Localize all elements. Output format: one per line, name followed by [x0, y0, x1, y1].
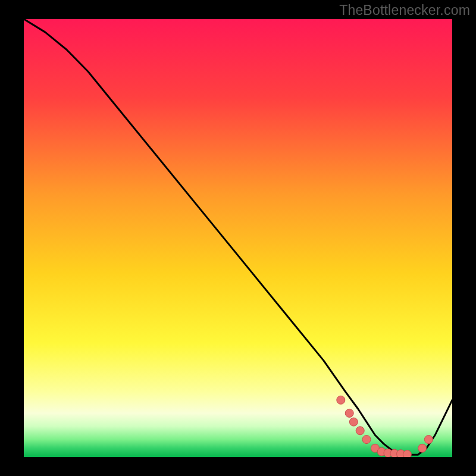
- gradient-heat-background: [24, 19, 452, 457]
- data-marker: [403, 450, 411, 457]
- data-marker: [418, 444, 427, 452]
- data-marker: [349, 418, 358, 426]
- chart-plot-area: [24, 19, 452, 457]
- data-marker: [362, 436, 371, 444]
- chart-frame: TheBottlenecker.com: [0, 0, 476, 476]
- data-marker: [424, 436, 433, 444]
- watermark-text: TheBottlenecker.com: [339, 2, 470, 18]
- data-marker: [337, 396, 345, 404]
- chart-svg: [24, 19, 452, 457]
- data-marker: [345, 409, 353, 417]
- data-marker: [356, 427, 364, 435]
